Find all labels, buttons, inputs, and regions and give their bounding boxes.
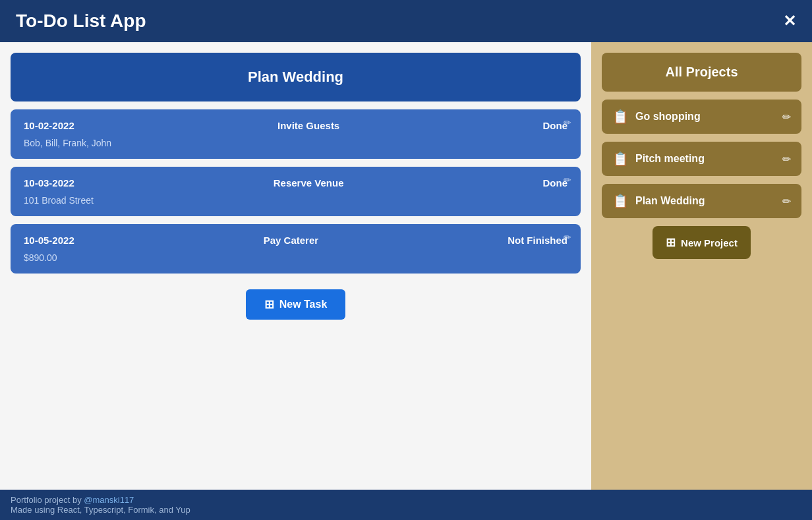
task-edit-icon[interactable] [564,175,571,185]
project-item-left: 📋 Go shopping [612,109,701,125]
sidebar-item-pitch-meeting[interactable]: 📋 Pitch meeting [602,142,801,176]
project-title: Plan Wedding [248,69,343,85]
all-projects-header: All Projects [602,53,801,92]
new-task-label: New Task [279,299,328,310]
footer-line1: Portfolio project by @manski117 [11,495,801,505]
close-button[interactable]: ✕ [783,12,796,30]
footer-link[interactable]: @manski117 [84,495,134,505]
task-name: Invite Guests [74,120,543,131]
plus-icon: ⊞ [666,235,676,250]
left-panel: Plan Wedding 10-02-2022 Invite Guests Do… [0,42,591,490]
project-item-label: Plan Wedding [635,195,705,207]
task-card: 10-02-2022 Invite Guests Done Bob, Bill,… [11,109,581,159]
plus-icon: ⊞ [264,297,274,312]
project-item-label: Go shopping [635,111,701,123]
task-details: Bob, Bill, Frank, John [24,138,567,148]
project-edit-icon[interactable] [782,153,791,165]
task-card-top: 10-05-2022 Pay Caterer Not Finished [24,235,567,246]
project-edit-icon[interactable] [782,195,791,208]
project-item-label: Pitch meeting [635,153,705,165]
sidebar-item-go-shopping[interactable]: 📋 Go shopping [602,100,801,134]
task-details: 101 Broad Street [24,195,567,206]
task-card-top: 10-03-2022 Reserve Venue Done [24,177,567,188]
project-item-left: 📋 Pitch meeting [612,151,705,167]
project-header-card: Plan Wedding [11,53,581,101]
task-edit-icon[interactable] [564,232,571,243]
new-project-button[interactable]: ⊞ New Project [652,226,751,259]
clipboard-icon: 📋 [612,151,629,167]
task-card: 10-05-2022 Pay Caterer Not Finished $890… [11,224,581,274]
right-sidebar: All Projects 📋 Go shopping 📋 Pitch meeti… [591,42,812,490]
task-edit-icon[interactable] [564,117,571,128]
app-header: To-Do List App ✕ [0,0,812,42]
sidebar-item-plan-wedding[interactable]: 📋 Plan Wedding [602,184,801,218]
task-status: Not Finished [508,235,567,246]
task-date: 10-02-2022 [24,120,74,131]
task-details: $890.00 [24,252,567,263]
project-edit-icon[interactable] [782,111,791,123]
task-date: 10-05-2022 [24,235,74,246]
new-project-label: New Project [681,237,738,248]
footer: Portfolio project by @manski117 Made usi… [0,490,812,520]
all-projects-label: All Projects [665,65,738,79]
footer-line2: Made using React, Typescript, Formik, an… [11,505,801,515]
new-task-container: ⊞ New Task [11,281,581,328]
footer-text-1: Portfolio project by [11,495,84,505]
task-card-top: 10-02-2022 Invite Guests Done [24,120,567,131]
project-item-left: 📋 Plan Wedding [612,193,705,209]
app-title: To-Do List App [16,11,146,32]
task-name: Reserve Venue [74,177,543,188]
task-date: 10-03-2022 [24,177,74,188]
main-layout: Plan Wedding 10-02-2022 Invite Guests Do… [0,42,812,490]
new-task-button[interactable]: ⊞ New Task [246,289,346,320]
clipboard-icon: 📋 [612,109,629,125]
task-name: Pay Caterer [74,235,508,246]
task-card: 10-03-2022 Reserve Venue Done 101 Broad … [11,167,581,216]
clipboard-icon: 📋 [612,193,629,209]
